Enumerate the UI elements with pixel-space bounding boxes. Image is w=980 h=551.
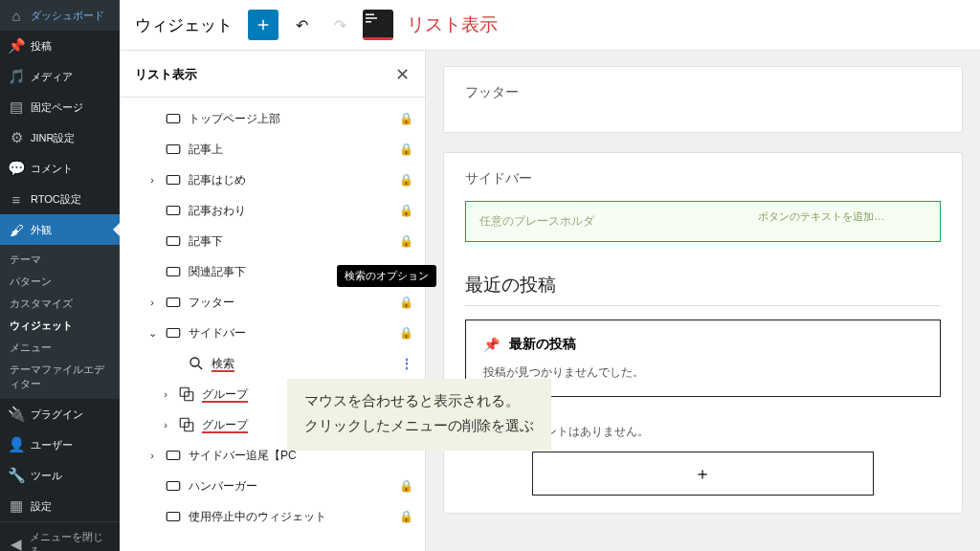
sub-theme[interactable]: テーマ — [0, 249, 120, 271]
tree-label: トップページ上部 — [189, 111, 393, 127]
listview-panel: リスト表示 ✕ トップページ上部🔒記事上🔒›記事はじめ🔒記事おわり🔒記事下🔒関連… — [120, 51, 426, 551]
undo-button[interactable]: ↶ — [286, 10, 317, 40]
lock-icon: 🔒 — [399, 326, 413, 340]
main-area: ウィジェット ↶ ↷ リスト表示 リスト表示 ✕ トップページ上部🔒記事上🔒›記… — [120, 0, 980, 551]
svg-rect-7 — [167, 329, 180, 338]
svg-rect-16 — [167, 513, 180, 521]
tree-label: 記事はじめ — [189, 172, 393, 188]
lock-icon: 🔒 — [399, 143, 413, 156]
footer-title: フッター — [465, 84, 941, 101]
box-icon — [164, 476, 183, 496]
sub-customize[interactable]: カスタマイズ — [0, 293, 120, 315]
twisty-icon[interactable]: › — [146, 297, 158, 308]
box-icon — [164, 170, 183, 189]
twisty-icon[interactable]: › — [160, 419, 171, 430]
sidebar-item-dashboard[interactable]: ⌂ダッシュボード — [0, 0, 120, 31]
svg-line-9 — [198, 365, 202, 369]
recent-posts-heading: 最近の投稿 — [465, 263, 941, 306]
footer-area[interactable]: フッター — [443, 66, 963, 133]
annotation-callout: マウスを合わせると表示される。 クリックしたメニューの削除を選ぶ — [287, 379, 551, 451]
listview-title: リスト表示 — [135, 66, 197, 83]
sub-widgets[interactable]: ウィジェット — [0, 315, 120, 337]
listview-button[interactable] — [363, 10, 393, 40]
sidebar-item-pages[interactable]: ▤固定ページ — [0, 92, 120, 122]
list-icon: ≡ — [8, 190, 25, 208]
sub-pattern[interactable]: パターン — [0, 271, 120, 293]
admin-sidebar: ⌂ダッシュボード 📌投稿 🎵メディア ▤固定ページ ⚙JINR設定 💬コメント … — [0, 0, 120, 551]
svg-rect-3 — [167, 207, 180, 215]
svg-rect-6 — [167, 298, 180, 307]
tree-label: 記事おわり — [189, 203, 393, 219]
annotation-listview: リスト表示 — [407, 12, 498, 37]
sidebar-area[interactable]: サイドバー 任意のプレースホルダ ボタンのテキストを追加… 最近の投稿 📌最新の… — [443, 152, 963, 514]
user-icon: 👤 — [8, 436, 25, 453]
tree-item[interactable]: 記事上🔒 — [120, 134, 425, 165]
options-icon[interactable]: ⋮ — [401, 357, 413, 370]
tree-item[interactable]: ›フッター🔒 — [120, 287, 425, 318]
sidebar-item-settings[interactable]: ▦設定 — [0, 491, 120, 521]
collapse-icon: ◀ — [8, 536, 24, 551]
redo-button[interactable]: ↷ — [324, 10, 355, 40]
sidebar-item-plugins[interactable]: 🔌プラグイン — [0, 399, 120, 430]
tree-item[interactable]: 記事下🔒 — [120, 226, 425, 256]
sub-menus[interactable]: メニュー — [0, 337, 120, 359]
media-icon: 🎵 — [8, 68, 25, 85]
box-icon — [164, 323, 183, 342]
sidebar-item-jinr[interactable]: ⚙JINR設定 — [0, 122, 120, 153]
twisty-icon[interactable]: › — [146, 450, 158, 461]
listview-tree: トップページ上部🔒記事上🔒›記事はじめ🔒記事おわり🔒記事下🔒関連記事下🔒›フッタ… — [120, 98, 425, 551]
tree-item[interactable]: 使用停止中のウィジェット🔒 — [120, 501, 425, 532]
search-button-text[interactable]: ボタンのテキストを追加… — [703, 202, 941, 241]
tree-label: 記事上 — [189, 142, 393, 158]
page-icon: ▤ — [8, 99, 25, 116]
twisty-icon[interactable]: ⌄ — [146, 327, 158, 340]
sidebar-item-rtoc[interactable]: ≡RTOC設定 — [0, 184, 120, 214]
box-icon — [164, 140, 183, 159]
options-tooltip: 検索のオプション — [337, 265, 436, 287]
box-icon — [164, 446, 183, 465]
tree-item[interactable]: トップページ上部🔒 — [120, 103, 425, 134]
close-icon[interactable]: ✕ — [395, 64, 410, 85]
tree-item[interactable]: ハンバーガー🔒 — [120, 471, 425, 501]
add-block-button[interactable] — [248, 10, 278, 40]
svg-point-8 — [190, 358, 199, 366]
svg-rect-1 — [167, 145, 180, 154]
tree-label: フッター — [189, 295, 393, 311]
sub-editor[interactable]: テーマファイルエディター — [0, 359, 120, 395]
sidebar-title: サイドバー — [465, 170, 941, 187]
settings-icon: ▦ — [8, 497, 25, 515]
page-title: ウィジェット — [135, 14, 233, 36]
add-block-button[interactable]: ＋ — [532, 452, 875, 496]
svg-rect-4 — [167, 237, 180, 246]
lock-icon: 🔒 — [399, 112, 413, 125]
sidebar-item-comments[interactable]: 💬コメント — [0, 153, 120, 184]
sidebar-item-users[interactable]: 👤ユーザー — [0, 430, 120, 460]
svg-rect-14 — [167, 452, 180, 460]
lock-icon: 🔒 — [399, 479, 413, 493]
latest-posts-title: 最新の投稿 — [509, 336, 576, 353]
tree-label: 使用停止中のウィジェット — [189, 509, 393, 525]
tree-item[interactable]: 検索⋮ — [120, 348, 425, 379]
box-icon — [164, 201, 183, 220]
svg-rect-5 — [167, 268, 180, 276]
tree-item[interactable]: ›記事はじめ🔒 — [120, 165, 425, 195]
search-widget[interactable]: 任意のプレースホルダ ボタンのテキストを追加… — [465, 201, 941, 242]
search-icon — [187, 354, 206, 373]
tree-item[interactable]: 記事おわり🔒 — [120, 195, 425, 226]
box-icon — [164, 262, 183, 281]
plugin-icon: 🔌 — [8, 406, 25, 423]
twisty-icon[interactable]: › — [146, 174, 158, 186]
comment-icon: 💬 — [8, 160, 25, 177]
lock-icon: 🔒 — [399, 173, 413, 187]
sidebar-item-appearance[interactable]: 🖌外観 — [0, 214, 120, 245]
lock-icon: 🔒 — [399, 510, 413, 523]
sidebar-item-posts[interactable]: 📌投稿 — [0, 31, 120, 61]
lock-icon: 🔒 — [399, 204, 413, 217]
tree-item[interactable]: ⌄サイドバー🔒 — [120, 318, 425, 348]
collapse-menu[interactable]: ◀メニューを閉じる — [0, 521, 120, 551]
search-placeholder[interactable]: 任意のプレースホルダ — [466, 202, 703, 241]
sidebar-item-tools[interactable]: 🔧ツール — [0, 460, 120, 491]
pin-icon: 📌 — [483, 337, 500, 352]
twisty-icon[interactable]: › — [160, 388, 171, 400]
sidebar-item-media[interactable]: 🎵メディア — [0, 61, 120, 92]
